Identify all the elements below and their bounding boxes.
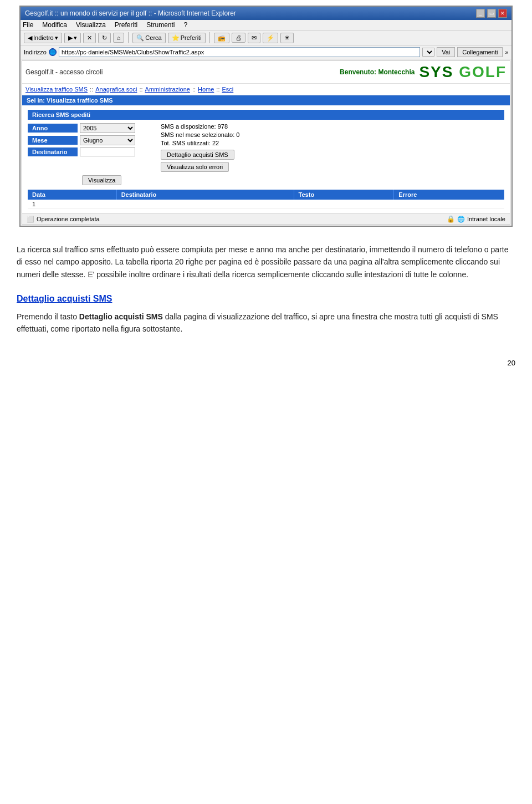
- col-data[interactable]: Data: [28, 190, 116, 200]
- detail-text-bold: Dettaglio acquisti SMS: [79, 312, 165, 321]
- stop-icon: ✕: [87, 34, 92, 42]
- app-header: Gesgolf.it - accesso circoli Benvenuto: …: [22, 61, 510, 84]
- star-icon: ⭐: [172, 34, 180, 42]
- sms-mese-text: SMS nel mese selezionato: 0: [161, 131, 239, 138]
- nav-bar: Visualizza traffico SMS :: Anagrafica so…: [22, 84, 510, 95]
- toolbar-sep-1: [128, 32, 129, 43]
- menu-help[interactable]: ?: [184, 21, 188, 29]
- print-button[interactable]: 🖨: [232, 33, 245, 43]
- form-area: Ricerca SMS spediti Anno 2005 2004 2006: [22, 105, 510, 213]
- section-heading: Dettaglio acquisti SMS: [17, 292, 515, 306]
- form-fields: Anno 2005 2004 2006 Mese: [28, 123, 150, 172]
- refresh-button[interactable]: ↻: [98, 33, 111, 43]
- results-table: Data Destinatario Testo Errore 1: [28, 190, 504, 209]
- menu-modifica[interactable]: Modifica: [42, 21, 67, 29]
- mese-select[interactable]: Gennaio Febbraio Marzo Aprile Maggio Giu…: [80, 135, 135, 145]
- close-button[interactable]: ✕: [498, 9, 507, 18]
- links-button[interactable]: Collegamenti: [457, 47, 503, 57]
- globe-icon: 🌐: [49, 48, 57, 56]
- menu-visualizza[interactable]: Visualizza: [76, 21, 106, 29]
- mail-button[interactable]: ✉: [248, 33, 260, 43]
- nav-sep-3: ::: [192, 86, 196, 93]
- home-button[interactable]: ⌂: [113, 33, 125, 43]
- menu-file[interactable]: File: [23, 21, 33, 29]
- bluetooth-button[interactable]: ⚡: [263, 33, 278, 43]
- page-content: Gesgolf.it - accesso circoli Benvenuto: …: [22, 60, 510, 225]
- mese-row: Mese Gennaio Febbraio Marzo Aprile Maggi…: [28, 135, 150, 145]
- sms-info: SMS a disposizione: 978 SMS nel mese sel…: [161, 123, 239, 172]
- row-errore-cell: [394, 200, 504, 209]
- zone-icon: 🌐: [457, 216, 465, 223]
- breadcrumb-text: Sei in: Visualizza traffico SMS: [27, 97, 113, 104]
- back-button[interactable]: ◀ Indietro ▾: [24, 33, 62, 43]
- logo: SYS GOLF: [419, 63, 507, 81]
- links-arrow-icon: »: [505, 49, 508, 55]
- visualizza-errori-button[interactable]: Visualizza solo errori: [161, 162, 229, 172]
- toolbar: ◀ Indietro ▾ ▶ ▾ ✕ ↻ ⌂ 🔍 Cerca ⭐ Preferi…: [21, 30, 511, 45]
- destinatario-input[interactable]: [80, 147, 135, 156]
- extra-button[interactable]: ☀: [280, 33, 294, 43]
- nav-home[interactable]: Home: [198, 86, 214, 93]
- go-button[interactable]: Vai: [437, 47, 455, 57]
- section-title: Ricerca SMS spediti: [28, 110, 504, 120]
- section-title-text: Ricerca SMS spediti: [32, 111, 90, 118]
- menu-bar: File Modifica Visualizza Preferiti Strum…: [21, 20, 511, 30]
- menu-strumenti[interactable]: Strumenti: [146, 21, 175, 29]
- dropdown-icon: ▾: [55, 34, 58, 42]
- nav-visualizza-traffico[interactable]: Visualizza traffico SMS: [25, 86, 88, 93]
- search-button[interactable]: 🔍 Cerca: [132, 33, 165, 43]
- page-number: 20: [508, 359, 515, 367]
- minimize-button[interactable]: _: [476, 9, 485, 18]
- errors-btn-row: Visualizza solo errori: [161, 162, 239, 172]
- status-right: 🔒 🌐 Intranet locale: [447, 215, 505, 223]
- nav-sep-4: ::: [216, 86, 219, 93]
- detail-btn-row: Dettaglio acquisti SMS: [161, 150, 239, 160]
- stop-button[interactable]: ✕: [83, 33, 96, 43]
- visualizza-button[interactable]: Visualizza: [82, 175, 121, 185]
- sms-totale-text: Tot. SMS utilizzati: 22: [161, 140, 219, 146]
- page-number-area: 20: [0, 353, 532, 378]
- intro-paragraph: La ricerca sul traffico sms effettuato p…: [17, 243, 515, 281]
- back-arrow-icon: ◀: [28, 34, 32, 42]
- nav-amministrazione[interactable]: Amministrazione: [145, 86, 190, 93]
- anno-select[interactable]: 2005 2004 2006: [80, 123, 135, 133]
- toolbar-sep-2: [209, 32, 210, 43]
- title-bar: Gesgolf.it :: un mondo di servizi per il…: [21, 7, 511, 20]
- browser-window: Gesgolf.it :: un mondo di servizi per il…: [19, 6, 513, 227]
- row-num-cell: 1: [28, 200, 116, 209]
- restore-button[interactable]: ▭: [487, 9, 496, 18]
- back-label: Indietro: [33, 34, 54, 41]
- favorites-button[interactable]: ⭐ Preferiti: [168, 33, 206, 43]
- forward-arrow-icon: ▶: [68, 34, 73, 42]
- anno-control: 2005 2004 2006: [80, 123, 135, 133]
- dettaglio-acquisti-button[interactable]: Dettaglio acquisti SMS: [161, 150, 234, 160]
- destinatario-control: [80, 147, 135, 156]
- nav-esci[interactable]: Esci: [222, 86, 233, 93]
- anno-label: Anno: [28, 124, 78, 133]
- visualizza-row: Visualizza: [28, 175, 504, 185]
- sms-disponibili: SMS a disposizione: 978: [161, 123, 239, 130]
- address-dropdown[interactable]: [422, 48, 434, 57]
- forward-button[interactable]: ▶ ▾: [64, 33, 81, 43]
- search-icon: 🔍: [136, 34, 144, 42]
- lock-icon: 🔒: [447, 215, 455, 223]
- media-button[interactable]: 📻: [214, 33, 229, 43]
- col-testo[interactable]: Testo: [294, 190, 394, 200]
- nav-sep-2: ::: [139, 86, 142, 93]
- section-heading-text: Dettaglio acquisti SMS: [17, 294, 112, 303]
- form-layout: Anno 2005 2004 2006 Mese: [28, 123, 504, 172]
- table-header-row: Data Destinatario Testo Errore: [28, 190, 504, 200]
- detail-text-pre: Premendo il tasto: [17, 312, 77, 321]
- zone-text: Intranet locale: [467, 216, 505, 222]
- col-destinatario[interactable]: Destinatario: [116, 190, 294, 200]
- address-input[interactable]: [59, 47, 420, 57]
- mese-label: Mese: [28, 136, 78, 145]
- mese-control: Gennaio Febbraio Marzo Aprile Maggio Giu…: [80, 135, 135, 145]
- menu-preferiti[interactable]: Preferiti: [115, 21, 137, 29]
- nav-anagrafica[interactable]: Anagrafica soci: [95, 86, 137, 93]
- anno-row: Anno 2005 2004 2006: [28, 123, 150, 133]
- row-dest-cell: [116, 200, 294, 209]
- dropdown-icon2: ▾: [74, 34, 77, 42]
- col-errore[interactable]: Errore: [394, 190, 504, 200]
- text-content: La ricerca sul traffico sms effettuato p…: [0, 232, 532, 353]
